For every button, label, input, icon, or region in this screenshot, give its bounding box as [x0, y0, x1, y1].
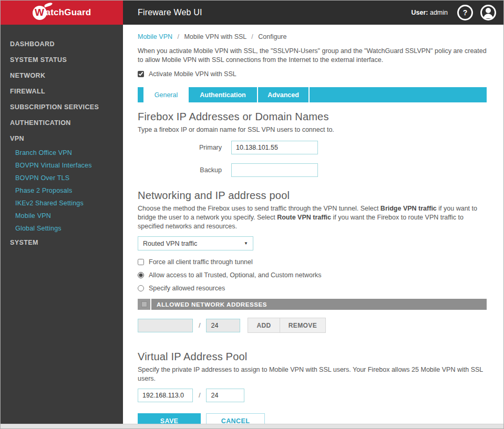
virtual-pool-description: Specify the private IP addresses to assi…: [138, 365, 487, 383]
fireware-web-ui-page: W atchGuard Fireware Web UI User: admin …: [0, 0, 504, 429]
select-all-cell: [138, 299, 150, 310]
allowed-network-input-row: / ADD REMOVE: [138, 318, 487, 333]
tab-authentication[interactable]: Authentication: [189, 87, 257, 102]
watchguard-logo: W atchGuard: [1, 1, 123, 25]
backup-label: Backup: [138, 166, 222, 174]
sidebar-item-global-settings[interactable]: Global Settings: [1, 222, 123, 235]
sidebar-item-ikev2-shared-settings[interactable]: IKEv2 Shared Settings: [1, 197, 123, 210]
virtual-pool-section-title: Virtual IP Address Pool: [138, 351, 487, 363]
chevron-down-icon: ▼: [244, 241, 248, 246]
firebox-section-title: Firebox IP Addresses or Domain Names: [138, 111, 487, 123]
allowed-network-mask-input[interactable]: [206, 319, 240, 332]
help-icon[interactable]: ?: [457, 5, 473, 20]
sidebar-item-bovpn-virtual-interfaces[interactable]: BOVPN Virtual Interfaces: [1, 159, 123, 172]
specify-resources-label: Specify allowed resources: [149, 285, 225, 292]
breadcrumb-configure: Configure: [258, 33, 286, 40]
bottom-scroll-strip: [1, 424, 503, 428]
backup-ip-input[interactable]: [231, 163, 318, 177]
breadcrumb-mobile-vpn-with-ssl: Mobile VPN with SSL: [184, 33, 246, 40]
sidebar-item-system-status[interactable]: SYSTEM STATUS: [1, 52, 123, 68]
allow-access-radio[interactable]: [138, 272, 144, 278]
sidebar-item-firewall[interactable]: FIREWALL: [1, 83, 123, 99]
main-content: Mobile VPN / Mobile VPN with SSL / Confi…: [123, 25, 503, 424]
force-traffic-label: Force all client traffic through tunnel: [149, 258, 253, 266]
virtual-pool-input-row: /: [138, 389, 487, 402]
traffic-method-select[interactable]: Routed VPN traffic ▼: [138, 236, 253, 250]
app-title: Fireware Web UI: [138, 8, 202, 17]
sidebar-item-bovpn-over-tls[interactable]: BOVPN Over TLS: [1, 172, 123, 184]
tab-advanced[interactable]: Advanced: [258, 87, 308, 102]
sidebar-item-phase-2-proposals[interactable]: Phase 2 Proposals: [1, 184, 123, 197]
remove-button[interactable]: REMOVE: [280, 318, 326, 333]
logged-in-user: User: admin: [412, 9, 448, 16]
specify-resources-row: Specify allowed resources: [138, 283, 487, 294]
primary-ip-input[interactable]: [231, 141, 318, 154]
user-name: admin: [430, 9, 448, 16]
allowed-addresses-table-header: ALLOWED NETWORK ADDRESSES: [138, 299, 487, 310]
activate-checkbox-row: Activate Mobile VPN with SSL: [138, 70, 487, 78]
allowed-network-input[interactable]: [138, 319, 193, 332]
backup-row: Backup: [138, 163, 487, 177]
networking-description: Choose the method the Firebox uses to se…: [138, 204, 487, 231]
sidebar-item-network[interactable]: NETWORK: [1, 68, 123, 83]
cancel-button[interactable]: CANCEL: [206, 413, 265, 424]
networking-section-title: Networking and IP address pool: [138, 190, 487, 202]
sidebar-item-system[interactable]: SYSTEM: [1, 235, 123, 250]
force-traffic-checkbox[interactable]: [138, 259, 144, 265]
tabbar-filler: [310, 87, 487, 102]
virtual-pool-mask-input[interactable]: [206, 389, 244, 402]
tabbar-left-spacer: [138, 87, 143, 102]
form-actions: SAVE CANCEL: [138, 413, 487, 424]
specify-resources-radio[interactable]: [138, 285, 144, 291]
intro-description: When you activate Mobile VPN with SSL, t…: [138, 47, 487, 65]
breadcrumb: Mobile VPN / Mobile VPN with SSL / Confi…: [138, 33, 487, 40]
allowed-addresses-header-label: ALLOWED NETWORK ADDRESSES: [151, 299, 487, 310]
primary-row: Primary: [138, 141, 487, 154]
logo-swoosh-icon: [44, 2, 53, 7]
allow-access-row: Allow access to all Trusted, Optional, a…: [138, 270, 487, 280]
tab-bar: General Authentication Advanced: [138, 87, 487, 102]
firebox-section-subtitle: Type a firebox IP or domain name for SSL…: [138, 125, 487, 134]
user-label: User:: [412, 9, 428, 16]
sidebar-item-dashboard[interactable]: DASHBOARD: [1, 36, 123, 52]
sidebar-nav: DASHBOARD SYSTEM STATUS NETWORK FIREWALL…: [1, 25, 123, 424]
sidebar-item-branch-office-vpn[interactable]: Branch Office VPN: [1, 147, 123, 159]
breadcrumb-mobile-vpn-link[interactable]: Mobile VPN: [138, 33, 172, 40]
sidebar-item-vpn[interactable]: VPN: [1, 131, 123, 147]
add-button[interactable]: ADD: [248, 318, 280, 333]
force-traffic-row: Force all client traffic through tunnel: [138, 257, 487, 267]
primary-label: Primary: [138, 144, 222, 151]
select-all-checkbox[interactable]: [141, 301, 147, 307]
account-avatar-icon[interactable]: [480, 5, 496, 20]
top-header-bar: W atchGuard Fireware Web UI User: admin …: [1, 1, 503, 25]
sidebar-item-mobile-vpn[interactable]: Mobile VPN: [1, 210, 123, 222]
traffic-method-value: Routed VPN traffic: [143, 240, 197, 247]
sidebar-item-authentication[interactable]: AUTHENTICATION: [1, 115, 123, 131]
activate-checkbox-label: Activate Mobile VPN with SSL: [149, 70, 236, 78]
allow-access-label: Allow access to all Trusted, Optional, a…: [149, 271, 322, 279]
logo-brand-text: atchGuard: [46, 7, 91, 18]
virtual-pool-ip-input[interactable]: [138, 389, 193, 402]
tab-general[interactable]: General: [143, 87, 189, 102]
sidebar-item-subscription-services[interactable]: SUBSCRIPTION SERVICES: [1, 99, 123, 115]
save-button[interactable]: SAVE: [138, 413, 201, 424]
activate-mobile-vpn-checkbox[interactable]: [138, 71, 144, 77]
